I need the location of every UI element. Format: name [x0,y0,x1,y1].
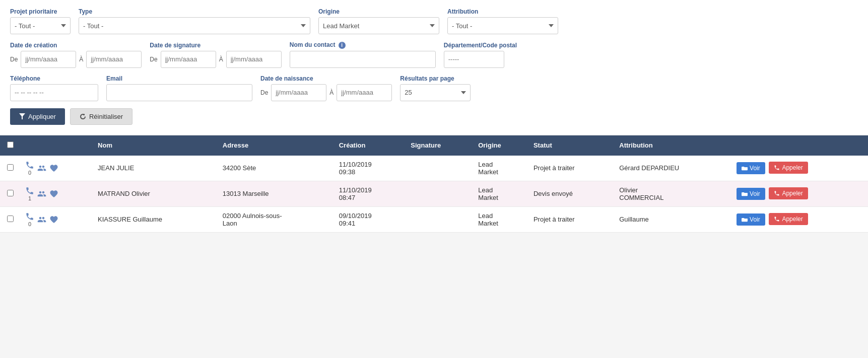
row-nom: KIASSURE Guillaume [93,206,218,232]
date-signature-a-input[interactable] [226,51,282,68]
projet-prioritaire-select[interactable]: - Tout - [10,17,71,34]
attribution-group: Attribution - Tout - [447,8,558,34]
type-select[interactable]: - Tout - [79,17,310,34]
svg-marker-0 [19,113,25,119]
reset-icon [80,113,86,120]
type-group: Type - Tout - [79,8,310,34]
call-count: 0 [28,221,31,227]
table-row: 0 KIASSURE Guillaume 02000 Aulnois-sous-… [0,206,868,232]
date-creation-a-label: À [79,56,83,63]
date-signature-inputs: De À [150,51,281,68]
phone-call-icon [774,216,780,222]
button-row: Appliquer Réinitialiser [10,108,858,125]
row-statut: Devis envoyé [528,181,614,206]
date-naissance-de-input[interactable] [271,84,326,101]
row-attribution: Gérard DEPARDIEU [614,156,731,181]
voir-button[interactable]: Voir [737,213,765,226]
phone-call-icon [774,165,780,171]
origine-label: Origine [318,8,439,15]
appeler-button[interactable]: Appeler [769,162,808,174]
appeler-button[interactable]: Appeler [769,213,808,225]
row-icons-cell: 1 [20,181,93,206]
row-actions: Voir Appeler [731,156,868,181]
row-icons: 0 [25,161,88,176]
row-checkbox-cell [0,181,20,206]
date-naissance-a-label: À [329,89,333,96]
header-icons-col [20,135,93,156]
reset-button[interactable]: Réinitialiser [70,108,132,125]
table-row: 0 JEAN JULIE 34200 Sète 11/10/201909:38 … [0,156,868,181]
header-creation: Création [334,135,406,156]
email-input[interactable] [106,84,252,101]
nom-contact-input[interactable] [290,51,436,68]
row-origine: LeadMarket [473,181,528,206]
results-table-section: Nom Adresse Création Signature Origine S… [0,135,868,233]
voir-button[interactable]: Voir [737,162,765,174]
header-origine: Origine [473,135,528,156]
folder-icon [742,217,748,222]
departement-group: Département/Code postal [444,42,517,68]
filter-row-1: Projet prioritaire - Tout - Type - Tout … [10,8,858,34]
row-icons: 1 [25,186,88,201]
row-attribution: Guillaume [614,206,731,232]
row-checkbox[interactable] [7,190,14,196]
row-creation: 11/10/201909:38 [334,156,406,181]
header-signature: Signature [406,135,473,156]
phone-icon [25,212,34,221]
date-signature-group: Date de signature De À [150,42,281,68]
date-creation-de-input[interactable] [21,51,76,68]
resultats-par-page-label: Résultats par page [400,75,471,82]
date-creation-de-label: De [10,56,18,63]
date-signature-a-label: À [219,56,223,63]
header-statut: Statut [528,135,614,156]
table-header: Nom Adresse Création Signature Origine S… [0,135,868,156]
row-signature [406,206,473,232]
date-creation-label: Date de création [10,42,142,49]
filter-panel: Projet prioritaire - Tout - Type - Tout … [0,0,868,135]
row-creation: 09/10/201909:41 [334,206,406,232]
departement-input[interactable] [444,51,504,68]
filter-row-2: Date de création De À Date de signature … [10,41,858,68]
row-creation: 11/10/201908:47 [334,181,406,206]
group-icon [37,189,46,198]
row-icons-cell: 0 [20,206,93,232]
results-table: Nom Adresse Création Signature Origine S… [0,135,868,233]
call-info: 0 [25,161,34,176]
row-checkbox[interactable] [7,216,14,222]
date-signature-de-label: De [150,56,157,63]
attribution-select[interactable]: - Tout - [447,17,558,34]
select-all-checkbox[interactable] [7,141,14,148]
filter-row-3: Téléphone Email Date de naissance De À R… [10,75,858,101]
table-row: 1 MATRAND Olivier 13013 Marseille 11/10/… [0,181,868,206]
appeler-button[interactable]: Appeler [769,187,808,199]
phone-icon [25,186,34,195]
date-naissance-a-input[interactable] [337,84,392,101]
row-origine: LeadMarket [473,156,528,181]
nom-contact-info-icon: i [339,42,346,49]
filter-icon [19,113,25,119]
row-nom: MATRAND Olivier [93,181,218,206]
date-naissance-label: Date de naissance [260,75,392,82]
date-creation-a-input[interactable] [86,51,142,68]
header-adresse: Adresse [218,135,334,156]
apply-button[interactable]: Appliquer [10,108,65,125]
folder-icon [742,191,748,196]
voir-button[interactable]: Voir [737,188,765,200]
row-checkbox-cell [0,206,20,232]
telephone-group: Téléphone [10,75,98,101]
row-checkbox[interactable] [7,164,14,171]
date-signature-de-input[interactable] [161,51,216,68]
phone-call-icon [774,190,780,196]
header-attribution: Attribution [614,135,731,156]
resultats-par-page-select[interactable]: 10 25 50 100 [400,84,471,101]
projet-prioritaire-label: Projet prioritaire [10,8,71,15]
header-checkbox-col [0,135,20,156]
telephone-label: Téléphone [10,75,98,82]
row-icons-cell: 0 [20,156,93,181]
table-body: 0 JEAN JULIE 34200 Sète 11/10/201909:38 … [0,156,868,233]
group-icon [37,215,46,224]
telephone-input[interactable] [10,84,98,101]
date-creation-group: Date de création De À [10,42,142,68]
row-checkbox-cell [0,156,20,181]
origine-select[interactable]: - Tout - Lead Market [318,17,439,34]
